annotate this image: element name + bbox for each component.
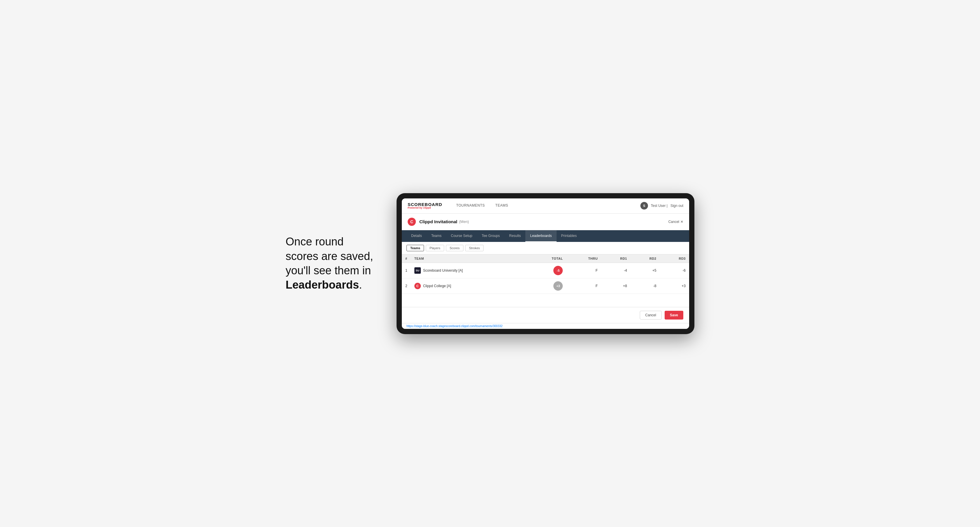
col-total: TOTAL (528, 254, 566, 263)
row2-team: C Clippd College [A] (411, 278, 528, 294)
row1-thru: F (566, 263, 601, 278)
tablet-screen: SCOREBOARD Powered by clippd TOURNAMENTS… (402, 198, 689, 329)
row2-team-name: Clippd College [A] (423, 284, 451, 288)
cancel-button[interactable]: Cancel (640, 311, 662, 319)
row1-team-cell: SU Scoreboard University [A] (414, 267, 525, 274)
status-bar: https://stage-blue-coach.stagescoreboard… (402, 323, 689, 329)
col-team: TEAM (411, 254, 528, 263)
row2-team-logo: C (414, 283, 421, 289)
leaderboard-content: # TEAM TOTAL THRU RD1 RD2 RD3 1 (402, 254, 689, 307)
logo-sub: Powered by clippd (408, 206, 442, 209)
row1-team: SU Scoreboard University [A] (411, 263, 528, 278)
col-rd3: RD3 (660, 254, 689, 263)
tab-teams[interactable]: Teams (426, 230, 446, 242)
nav-links: TOURNAMENTS TEAMS (451, 198, 513, 213)
row2-rank: 2 (402, 278, 411, 294)
logo-main: SCOREBOARD (408, 202, 442, 206)
save-button[interactable]: Save (665, 311, 683, 319)
table-row: 2 C Clippd College [A] +3 F (402, 278, 689, 294)
sidebar-text-bold: Leaderboards (286, 279, 359, 291)
filter-scores[interactable]: Scores (446, 245, 463, 251)
tab-printables[interactable]: Printables (557, 230, 581, 242)
status-url: https://stage-blue-coach.stagescoreboard… (406, 324, 503, 328)
col-rd1: RD1 (601, 254, 630, 263)
leaderboard-table: # TEAM TOTAL THRU RD1 RD2 RD3 1 (402, 254, 689, 294)
sidebar-description: Once round scores are saved, you'll see … (286, 235, 379, 292)
col-rd2: RD2 (630, 254, 660, 263)
filter-players[interactable]: Players (426, 245, 444, 251)
modal-footer: Cancel Save (402, 307, 689, 323)
nav-teams[interactable]: TEAMS (490, 198, 513, 213)
filter-bar: Teams Players Scores Strokes (402, 242, 689, 254)
row2-rd2: -8 (630, 278, 660, 294)
tournament-header: C Clippd Invitational (Men) Cancel ✕ (402, 214, 689, 230)
tournament-gender: (Men) (459, 219, 469, 224)
row1-total: -5 (528, 263, 566, 278)
row1-rd3: -6 (660, 263, 689, 278)
tournament-name: Clippd Invitational (419, 219, 457, 224)
logo: SCOREBOARD Powered by clippd (408, 202, 442, 209)
row2-rd1: +8 (601, 278, 630, 294)
filter-teams[interactable]: Teams (406, 245, 424, 251)
sidebar-text-period: . (359, 279, 362, 291)
row1-team-name: Scoreboard University [A] (423, 268, 463, 273)
nav-right: S Test User | Sign out (640, 202, 683, 210)
filter-strokes[interactable]: Strokes (465, 245, 484, 251)
logo-sub-prefix: Powered by (408, 206, 423, 209)
logo-brand: clippd (423, 206, 431, 209)
tablet-frame: SCOREBOARD Powered by clippd TOURNAMENTS… (396, 193, 694, 334)
row1-score-badge: -5 (554, 266, 563, 275)
row2-rd3: +3 (660, 278, 689, 294)
tab-bar: Details Teams Course Setup Tee Groups Re… (402, 230, 689, 242)
table-row: 1 SU Scoreboard University [A] -5 F (402, 263, 689, 278)
tab-tee-groups[interactable]: Tee Groups (477, 230, 504, 242)
row2-score-badge: +3 (554, 281, 563, 290)
row1-rd2: +5 (630, 263, 660, 278)
tab-details[interactable]: Details (406, 230, 426, 242)
col-thru: THRU (566, 254, 601, 263)
table-header-row: # TEAM TOTAL THRU RD1 RD2 RD3 (402, 254, 689, 263)
sidebar-text-line1: Once round scores are saved, you'll see … (286, 235, 373, 277)
row2-total: +3 (528, 278, 566, 294)
nav-tournaments[interactable]: TOURNAMENTS (451, 198, 490, 213)
tournament-icon: C (408, 218, 416, 226)
tab-leaderboards[interactable]: Leaderboards (525, 230, 556, 242)
row2-thru: F (566, 278, 601, 294)
col-rank: # (402, 254, 411, 263)
nav-bar: SCOREBOARD Powered by clippd TOURNAMENTS… (402, 198, 689, 214)
tab-course-setup[interactable]: Course Setup (446, 230, 477, 242)
tab-results[interactable]: Results (504, 230, 525, 242)
row1-rd1: -4 (601, 263, 630, 278)
row1-rank: 1 (402, 263, 411, 278)
tournament-cancel-button[interactable]: Cancel ✕ (668, 220, 683, 224)
nav-avatar: S (640, 202, 648, 210)
row1-team-logo: SU (414, 267, 421, 274)
sign-out-link[interactable]: Sign out (670, 204, 683, 208)
row2-team-cell: C Clippd College [A] (414, 283, 525, 289)
nav-username: Test User | (651, 204, 668, 208)
